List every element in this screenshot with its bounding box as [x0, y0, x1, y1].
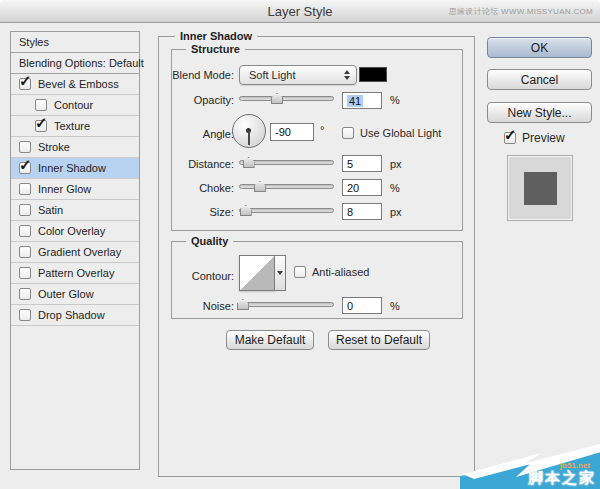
angle-field[interactable]: -90 — [270, 123, 314, 141]
sidebar-item-label: Pattern Overlay — [38, 267, 114, 279]
noise-slider-track[interactable] — [239, 302, 334, 307]
panel-legend: Inner Shadow — [175, 30, 257, 42]
watermark-name: 脚本之家 — [528, 469, 596, 488]
sidebar-item-color-overlay[interactable]: Color Overlay — [11, 221, 139, 242]
sidebar-item-label: Texture — [54, 120, 90, 132]
angle-dial-needle — [248, 131, 250, 145]
size-field[interactable]: 8 — [342, 203, 382, 220]
size-unit: px — [390, 206, 402, 218]
shadow-color-swatch[interactable] — [359, 67, 387, 82]
preview-checkbox[interactable] — [504, 132, 516, 144]
new-style-button[interactable]: New Style... — [487, 102, 592, 123]
distance-unit: px — [390, 158, 402, 170]
use-global-light-row[interactable]: Use Global Light — [342, 127, 441, 139]
blend-mode-value: Soft Light — [249, 69, 295, 81]
choke-unit: % — [390, 182, 400, 194]
use-global-light-checkbox[interactable] — [342, 127, 354, 139]
distance-slider[interactable] — [239, 157, 334, 168]
checkbox-inner-glow[interactable] — [19, 183, 31, 195]
sidebar-item-label: Drop Shadow — [38, 309, 105, 321]
inner-shadow-panel: Inner Shadow Structure Blend Mode: Soft … — [158, 36, 475, 477]
distance-slider-thumb[interactable] — [243, 157, 255, 168]
sidebar-item-styles[interactable]: Styles — [11, 32, 139, 53]
preview-swatch — [507, 155, 573, 221]
opacity-value: 41 — [347, 95, 363, 107]
noise-slider[interactable] — [239, 299, 334, 310]
choke-slider[interactable] — [239, 181, 334, 192]
noise-unit: % — [390, 300, 400, 312]
reset-to-default-button[interactable]: Reset to Default — [328, 330, 430, 350]
structure-group: Structure Blend Mode: Soft Light Opacity… — [171, 49, 463, 231]
sidebar-item-pattern-overlay[interactable]: Pattern Overlay — [11, 263, 139, 284]
sidebar-item-label: Contour — [54, 99, 93, 111]
opacity-slider[interactable] — [239, 93, 334, 104]
sidebar-item-label: Bevel & Emboss — [38, 78, 119, 90]
checkbox-pattern-overlay[interactable] — [19, 267, 31, 279]
opacity-slider-thumb[interactable] — [271, 93, 283, 104]
sidebar-item-label: Satin — [38, 204, 63, 216]
checkbox-contour[interactable] — [35, 99, 47, 111]
sidebar-item-bevel-emboss[interactable]: Bevel & Emboss — [11, 74, 139, 95]
sidebar-item-texture[interactable]: Texture — [11, 116, 139, 137]
make-default-button[interactable]: Make Default — [226, 330, 314, 350]
opacity-unit: % — [390, 94, 400, 106]
blend-mode-select[interactable]: Soft Light — [239, 65, 357, 85]
opacity-field[interactable]: 41 — [342, 92, 382, 109]
checkbox-gradient-overlay[interactable] — [19, 246, 31, 258]
checkbox-satin[interactable] — [19, 204, 31, 216]
anti-aliased-checkbox[interactable] — [294, 266, 306, 278]
noise-field[interactable]: 0 — [342, 297, 382, 314]
checkbox-texture[interactable] — [35, 120, 47, 132]
sidebar-item-stroke[interactable]: Stroke — [11, 137, 139, 158]
checkbox-color-overlay[interactable] — [19, 225, 31, 237]
sidebar-item-satin[interactable]: Satin — [11, 200, 139, 221]
checkbox-stroke[interactable] — [19, 141, 31, 153]
anti-aliased-row[interactable]: Anti-aliased — [294, 266, 369, 278]
angle-label: Angle: — [172, 128, 234, 140]
noise-label: Noise: — [172, 300, 234, 312]
noise-slider-thumb[interactable] — [237, 299, 249, 310]
sidebar-item-drop-shadow[interactable]: Drop Shadow — [11, 305, 139, 326]
sidebar-item-inner-glow[interactable]: Inner Glow — [11, 179, 139, 200]
ok-button[interactable]: OK — [487, 37, 592, 58]
choke-value: 20 — [347, 182, 359, 194]
watermark-top-right: 思缘设计论坛 WWW.MISSYUAN.COM — [449, 6, 593, 17]
checkbox-drop-shadow[interactable] — [19, 309, 31, 321]
anti-aliased-label: Anti-aliased — [312, 266, 369, 278]
distance-field[interactable]: 5 — [342, 155, 382, 172]
checkbox-inner-shadow[interactable] — [19, 162, 31, 174]
chevron-down-icon — [277, 271, 283, 275]
checkbox-bevel-emboss[interactable] — [19, 78, 31, 90]
choke-field[interactable]: 20 — [342, 179, 382, 196]
preview-row[interactable]: Preview — [504, 131, 565, 145]
size-label: Size: — [172, 206, 234, 218]
size-slider-thumb[interactable] — [240, 205, 252, 216]
sidebar-item-label: Color Overlay — [38, 225, 105, 237]
watermark-bottom-right: jb51.net 脚本之家 — [460, 443, 600, 489]
checkbox-outer-glow[interactable] — [19, 288, 31, 300]
cancel-button[interactable]: Cancel — [487, 69, 592, 90]
contour-picker-arrow[interactable] — [275, 255, 286, 291]
opacity-label: Opacity: — [172, 94, 234, 106]
sidebar-item-blending-options-default[interactable]: Blending Options: Default — [11, 53, 139, 74]
angle-dial[interactable] — [232, 114, 266, 148]
contour-thumbnail[interactable] — [239, 255, 275, 291]
sidebar-item-label: Gradient Overlay — [38, 246, 121, 258]
sidebar-item-label: Styles — [19, 36, 49, 48]
sidebar-item-inner-shadow[interactable]: Inner Shadow — [11, 158, 139, 179]
size-slider[interactable] — [239, 205, 334, 216]
opacity-slider-track[interactable] — [239, 96, 334, 101]
size-slider-track[interactable] — [239, 208, 334, 213]
title-bar: Layer Style 思缘设计论坛 WWW.MISSYUAN.COM — [0, 0, 600, 23]
sidebar-item-contour[interactable]: Contour — [11, 95, 139, 116]
sidebar-item-outer-glow[interactable]: Outer Glow — [11, 284, 139, 305]
distance-value: 5 — [347, 158, 353, 170]
sidebar-list: StylesBlending Options: DefaultBevel & E… — [10, 31, 140, 470]
sidebar-item-label: Blending Options: Default — [19, 57, 144, 69]
structure-legend: Structure — [186, 43, 245, 55]
sidebar-item-gradient-overlay[interactable]: Gradient Overlay — [11, 242, 139, 263]
sidebar-item-label: Inner Shadow — [38, 162, 106, 174]
choke-slider-track[interactable] — [239, 184, 334, 189]
choke-slider-thumb[interactable] — [254, 181, 266, 192]
preview-swatch-inner — [524, 172, 557, 205]
